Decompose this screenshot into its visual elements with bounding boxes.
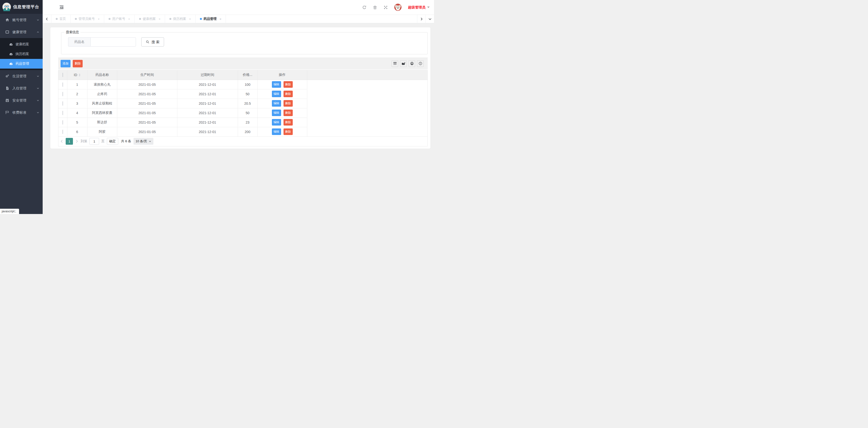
trash-icon[interactable] — [373, 5, 377, 9]
column-header-inner: 价格... — [243, 73, 252, 77]
window-icon — [5, 30, 9, 34]
column-header-inner: ID — [74, 73, 81, 77]
tab-medicine[interactable]: 药品管理× — [195, 15, 226, 23]
goto-page-input[interactable] — [89, 138, 99, 145]
cell-expiry-date: 2021-12-01 — [177, 99, 238, 108]
sidebar-item-medicine[interactable]: 药品管理 — [0, 59, 43, 69]
search-icon — [146, 40, 150, 44]
user-menu[interactable]: 超级管理员 — [408, 5, 430, 10]
sidebar-item-medical-archive[interactable]: 病历档案 — [0, 49, 43, 59]
edit-button[interactable]: 编辑 — [272, 128, 281, 135]
row-select-cell — [58, 108, 67, 118]
row-checkbox[interactable] — [63, 101, 63, 106]
row-delete-button[interactable]: 删除 — [283, 128, 293, 135]
info-button[interactable] — [417, 60, 424, 67]
tab-label: 用户账号 — [112, 17, 125, 21]
cell-name: 速效救心丸 — [87, 80, 117, 89]
tab-close-icon[interactable]: × — [189, 17, 191, 21]
sidebar-header: 信息管理平台 — [0, 0, 43, 14]
refresh-icon[interactable] — [362, 5, 366, 9]
tab-user-account[interactable]: 用户账号× — [104, 15, 135, 23]
table-body: 1速效救心丸2021-01-052021-12-01100编辑删除2止疼药202… — [58, 80, 428, 136]
print-button[interactable] — [408, 60, 415, 67]
search-row: 药品名 搜 索 — [68, 37, 428, 47]
search-button[interactable]: 搜 索 — [141, 37, 164, 47]
sidebar-item-account[interactable]: 账号管理 — [0, 14, 43, 26]
column-header-label: 操作 — [279, 73, 286, 77]
printer-icon — [410, 62, 414, 65]
search-field-group: 药品名 — [68, 37, 136, 47]
tab-health-archive[interactable]: 健康档案× — [135, 15, 165, 23]
row-checkbox[interactable] — [63, 130, 63, 134]
sidebar-item-safety[interactable]: 安全管理 — [0, 94, 43, 106]
sidebar-item-checkin[interactable]: 入住管理 — [0, 82, 43, 94]
prev-page-icon[interactable] — [60, 140, 63, 143]
row-delete-button[interactable]: 删除 — [283, 81, 293, 88]
edit-button[interactable]: 编辑 — [272, 81, 281, 88]
cell-actions: 编辑删除 — [257, 80, 307, 89]
column-header-inner: 生产时间 — [140, 73, 154, 77]
row-select-cell — [58, 127, 67, 136]
sidebar-submenu-health: 健康档案病历档案药品管理 — [0, 38, 43, 70]
tabs-scroll-right-icon[interactable] — [417, 15, 426, 23]
add-button[interactable]: 添加 — [61, 60, 70, 67]
column-header-inner: 药品名称 — [95, 73, 109, 77]
chevron-up-icon — [37, 31, 39, 33]
cell-production-date: 2021-01-05 — [117, 118, 177, 127]
edit-button[interactable]: 编辑 — [272, 91, 281, 97]
tab-close-icon[interactable]: × — [128, 17, 130, 21]
sidebar-item-health-archive[interactable]: 健康档案 — [0, 39, 43, 49]
row-delete-button[interactable]: 删除 — [283, 119, 293, 126]
page-size-select[interactable]: 10 条/页 — [133, 138, 154, 145]
sidebar-collapse-icon[interactable] — [59, 5, 64, 10]
app-title: 信息管理平台 — [13, 4, 39, 10]
edit-button[interactable]: 编辑 — [272, 119, 281, 126]
tabs-menu-icon[interactable] — [426, 15, 434, 23]
row-delete-button[interactable]: 删除 — [283, 91, 293, 97]
row-delete-button[interactable]: 删除 — [283, 110, 293, 116]
sidebar-item-health[interactable]: 健康管理 — [0, 26, 43, 38]
sidebar-item-label: 药品管理 — [16, 62, 29, 66]
page-content: 搜索信息 药品名 搜 索 添加 — [43, 23, 434, 214]
tabs-scroll-left-icon[interactable] — [43, 15, 51, 23]
info-icon — [418, 62, 422, 65]
tab-close-icon[interactable]: × — [159, 17, 161, 21]
tab-admin-account[interactable]: 管理员账号× — [70, 15, 104, 23]
cell-expiry-date: 2021-12-01 — [177, 127, 238, 136]
row-checkbox[interactable] — [63, 111, 63, 115]
row-checkbox[interactable] — [63, 120, 63, 125]
tab-close-icon[interactable]: × — [98, 17, 100, 21]
table-row: 1速效救心丸2021-01-052021-12-01100编辑删除 — [58, 80, 428, 89]
search-input[interactable] — [90, 37, 136, 47]
delete-button[interactable]: 删除 — [73, 60, 83, 67]
row-delete-button[interactable]: 删除 — [283, 100, 293, 106]
select-all-checkbox[interactable] — [63, 73, 63, 77]
sidebar-item-life[interactable]: 生活管理 — [0, 70, 43, 82]
cell-expiry-date: 2021-12-01 — [177, 80, 238, 89]
tab-medical-archive[interactable]: 病历档案× — [165, 15, 195, 23]
row-checkbox[interactable] — [63, 92, 63, 96]
tab-status-dot — [200, 18, 202, 20]
page-number-button[interactable]: 1 — [66, 138, 73, 145]
cell-id: 2 — [67, 89, 87, 99]
tab-close-icon[interactable]: × — [220, 17, 221, 21]
edit-button[interactable]: 编辑 — [272, 100, 281, 106]
tab-bar: 首页管理员账号×用户账号×健康档案×病历档案×药品管理× — [43, 14, 434, 23]
sidebar-item-fees[interactable]: 收费标准 — [0, 106, 43, 119]
row-checkbox[interactable] — [63, 83, 63, 87]
fullscreen-icon[interactable] — [383, 5, 388, 9]
chevron-down-icon — [149, 140, 151, 143]
cell-expiry-date: 2021-12-01 — [177, 108, 238, 118]
toggle-columns-button[interactable] — [392, 60, 398, 67]
user-avatar[interactable] — [394, 4, 402, 11]
goto-confirm-button[interactable]: 确定 — [107, 138, 118, 145]
table-row: 5斯达舒2021-01-052021-12-0123编辑删除 — [58, 118, 428, 127]
tab-home[interactable]: 首页 — [51, 15, 70, 23]
sort-icon[interactable] — [79, 73, 81, 77]
gears-icon — [5, 74, 9, 78]
export-button[interactable] — [400, 60, 407, 67]
column-header-0[interactable]: ID — [67, 70, 87, 80]
next-page-icon[interactable] — [75, 140, 79, 143]
edit-button[interactable]: 编辑 — [272, 110, 281, 116]
column-header-filler — [307, 70, 428, 80]
